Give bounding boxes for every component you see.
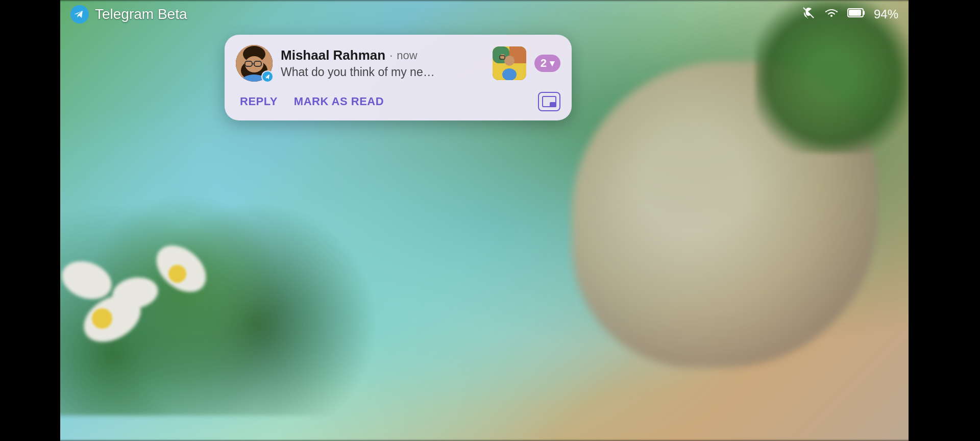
sender-name: Mishaal Rahman [281,47,385,63]
flower-center-2 [168,265,186,283]
picture-in-picture-icon [542,96,556,107]
svg-point-17 [502,68,517,80]
thumbnail-image [493,46,526,80]
reply-button[interactable]: REPLY [236,91,286,112]
expand-button[interactable] [538,92,560,111]
mute-icon [801,6,816,23]
battery-percentage: 94% [874,7,898,21]
notification-thumbnail [493,46,526,80]
notification-header: Mishaal Rahman · now What do you think o… [236,45,560,82]
chevron-down-icon: ▾ [550,58,554,69]
app-title: Telegram Beta [95,6,187,22]
mark-as-read-button[interactable]: MARK AS READ [290,91,392,112]
message-count-badge[interactable]: 2 ▾ [534,55,560,72]
notification-actions: REPLY MARK AS READ [236,89,560,112]
right-sidebar [909,0,980,441]
avatar-container [236,45,273,82]
flower-center-1 [92,308,112,329]
notification-card: Mishaal Rahman · now What do you think o… [225,35,572,120]
notification-content: Mishaal Rahman · now What do you think o… [281,47,484,79]
left-sidebar [0,0,60,441]
notification-message: What do you think of my ne… [281,65,470,79]
telegram-badge-icon [264,73,271,80]
status-bar-right: 94% [801,6,898,23]
svg-point-16 [504,56,514,66]
wifi-icon [824,7,839,22]
status-bar: Telegram Beta 94% [60,0,909,29]
battery-icon [847,7,866,21]
telegram-app-icon [70,5,89,23]
background-flowers [41,109,398,415]
status-bar-left: Telegram Beta [70,5,187,23]
notification-timestamp: now [397,49,417,62]
svg-rect-3 [863,11,865,15]
notification-title-row: Mishaal Rahman · now [281,47,484,63]
svg-rect-4 [849,10,861,16]
message-count: 2 [541,57,547,70]
telegram-badge [261,70,274,83]
notification-time: · [389,49,393,62]
